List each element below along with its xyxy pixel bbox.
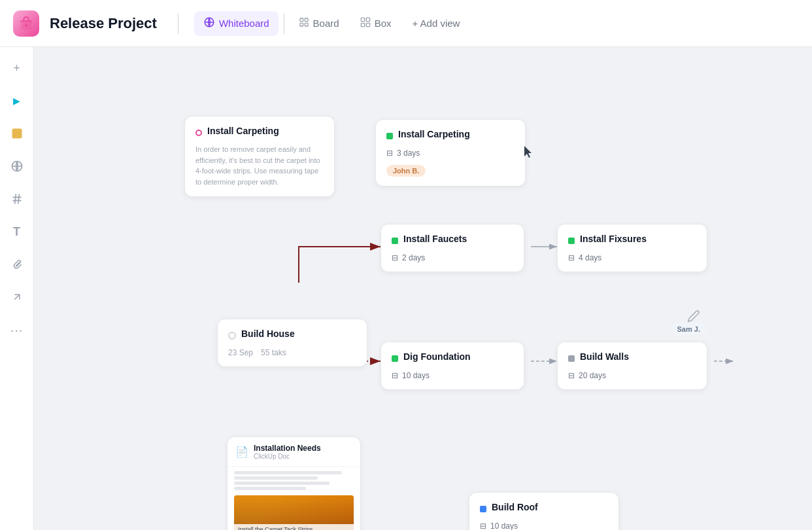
install-carpeting-duration: 3 days [397,149,420,158]
tab-board[interactable]: Board [290,12,348,35]
install-carpeting-meta: ⊟ 3 days [386,149,515,158]
foundation-dot [392,355,398,362]
svg-rect-8 [366,23,369,26]
sidebar-plus-icon[interactable]: + [7,58,27,79]
roof-duration: 10 days [490,521,518,530]
roof-dot [480,506,486,512]
build-house-tasks: 55 taks [261,348,286,357]
doc-text-lines [234,471,354,490]
tab-whiteboard-label: Whiteboard [219,18,269,29]
canvas[interactable]: Install Carpeting In order to remove car… [34,47,812,530]
install-carpeting-expanded-card[interactable]: Install Carpeting In order to remove car… [184,116,335,197]
header: Release Project Whiteboard Board [0,0,812,47]
svg-rect-1 [300,18,303,22]
installation-needs-card[interactable]: 📄 Installation Needs ClickUp Doc Install… [227,436,361,530]
roof-meta: ⊟ 10 days [480,521,608,530]
install-carpeting-small-title: Install Carpeting [398,129,470,139]
board-icon [299,17,309,30]
svg-line-13 [14,194,16,204]
walls-meta: ⊟ 20 days [568,371,696,380]
roof-duration-icon: ⊟ [480,521,486,530]
pencil-icon [687,309,700,325]
dig-foundation-title: Dig Foundation [403,351,471,362]
foundation-meta: ⊟ 10 days [392,371,513,380]
sidebar-text-icon[interactable]: T [7,221,27,242]
svg-rect-5 [361,18,364,21]
build-house-title: Build House [241,328,295,339]
doc-header: 📄 Installation Needs ClickUp Doc [228,437,360,467]
doc-body: Install the Carpet Tack Strips [228,467,360,530]
faucets-meta: ⊟ 2 days [392,253,513,262]
house-dot [228,332,236,340]
walls-duration-icon: ⊟ [568,371,575,380]
nav-tabs: Whiteboard Board [194,11,469,36]
svg-rect-7 [361,23,364,26]
doc-line-4 [234,487,306,490]
header-divider [178,13,178,34]
svg-rect-4 [305,23,308,26]
doc-icon: 📄 [235,446,248,458]
build-roof-card[interactable]: Build Roof ⊟ 10 days Andrew K. [469,492,619,530]
build-house-date: 23 Sep [228,348,253,357]
doc-line-3 [234,482,330,485]
project-title: Release Project [50,15,157,32]
sidebar-clip-icon[interactable] [7,254,27,275]
install-carpeting-expanded-title: Install Carpeting [207,126,279,136]
svg-rect-3 [300,23,303,26]
install-faucets-title: Install Faucets [403,234,467,244]
doc-line-1 [234,471,342,474]
doc-image-label: Install the Carpet Tack Strips [234,524,354,530]
faucets-dot [392,238,398,244]
build-walls-title: Build Walls [580,351,629,362]
sidebar-sticky-icon[interactable] [7,123,27,144]
svg-rect-6 [366,18,369,21]
install-carpeting-small-card[interactable]: Install Carpeting ⊟ 3 days John B. [375,119,526,186]
install-fixsures-title: Install Fixsures [580,234,647,244]
tab-box[interactable]: Box [351,12,401,35]
build-walls-card[interactable]: Build Walls ⊟ 20 days Sam J. [557,342,707,390]
build-roof-title: Build Roof [492,502,538,512]
sidebar-play-icon[interactable]: ▶ [7,90,27,111]
walls-dot [568,355,575,362]
add-view-button[interactable]: + Add view [403,12,469,34]
project-icon [13,10,39,37]
foundation-duration-icon: ⊟ [392,371,398,380]
doc-line-2 [234,476,318,480]
install-faucets-card[interactable]: Install Faucets ⊟ 2 days [381,224,524,272]
fixsures-meta: ⊟ 4 days [568,253,696,262]
duration-icon: ⊟ [386,149,393,158]
svg-rect-9 [12,129,22,139]
box-icon [360,17,371,30]
tab-box-label: Box [375,18,392,29]
whiteboard-icon [203,16,215,31]
sidebar-globe-icon[interactable] [7,156,27,177]
faucets-duration-icon: ⊟ [392,253,398,262]
cursor-icon [524,146,535,162]
install-fixsures-card[interactable]: Install Fixsures ⊟ 4 days [557,224,707,272]
main-area: + ▶ T ··· [0,47,812,530]
tab-divider [284,13,284,34]
build-house-meta: 23 Sep 55 taks [228,348,356,357]
faucets-duration: 2 days [402,253,425,262]
tab-whiteboard[interactable]: Whiteboard [194,11,279,36]
dig-foundation-card[interactable]: Dig Foundation ⊟ 10 days [381,342,524,390]
svg-rect-2 [305,18,308,22]
install-carpeting-note: In order to remove carpet easily and eff… [195,144,324,187]
card-dot-pink [195,130,202,136]
walls-duration: 20 days [579,371,606,380]
svg-line-14 [18,194,19,204]
sidebar-hash-icon[interactable] [7,188,27,209]
sidebar-arrow-icon[interactable] [7,287,27,308]
fixsures-duration: 4 days [579,253,601,262]
fixsures-dot [568,238,575,244]
doc-image: Install the Carpet Tack Strips [234,495,354,530]
tab-board-label: Board [313,18,339,29]
john-badge: John B. [386,165,426,177]
foundation-duration: 10 days [402,371,430,380]
card-green-dot [386,133,393,139]
sidebar: + ▶ T ··· [0,47,34,530]
fixsures-duration-icon: ⊟ [568,253,575,262]
build-house-card[interactable]: Build House 23 Sep 55 taks [217,319,367,367]
doc-title: Installation Needs [254,444,321,453]
sidebar-more-icon[interactable]: ··· [7,319,27,340]
